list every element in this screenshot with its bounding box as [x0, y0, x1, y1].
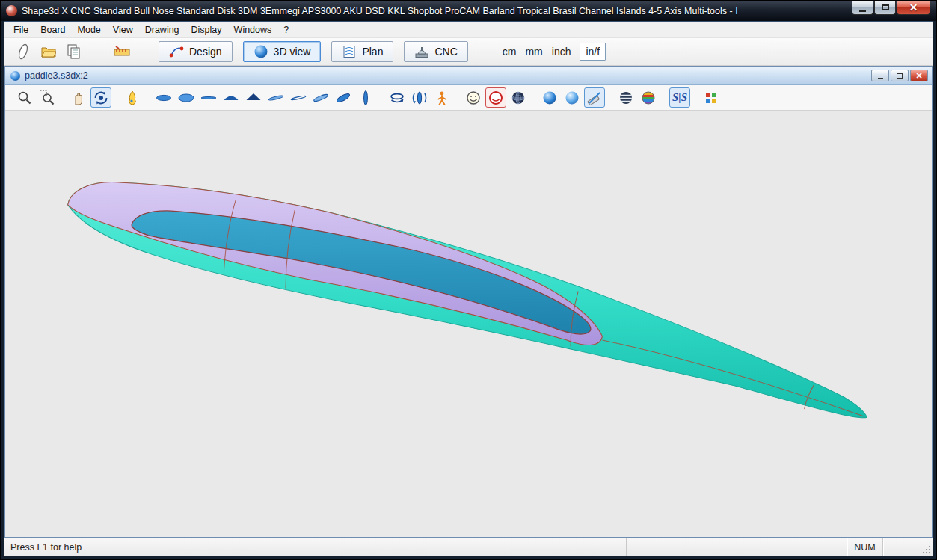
rainbow-sphere-icon[interactable] — [638, 87, 659, 108]
layers-sphere-icon[interactable] — [615, 87, 636, 108]
view-toolbar: S|S — [5, 85, 932, 111]
unit-cm[interactable]: cm — [503, 46, 517, 58]
app-logo-icon — [6, 5, 17, 16]
sections-sis-label: S|S — [672, 91, 687, 104]
plan-button[interactable]: Plan — [331, 41, 393, 62]
design-curves-icon — [169, 44, 184, 59]
pan-hand-icon[interactable] — [68, 87, 89, 108]
unit-mm[interactable]: mm — [525, 46, 542, 58]
menu-windows[interactable]: Windows — [228, 22, 278, 37]
shade-red-icon[interactable] — [485, 87, 506, 108]
rail-blade-icon[interactable] — [288, 87, 309, 108]
menu-mode[interactable]: Mode — [72, 22, 107, 37]
status-bar: Press F1 for help NUM — [4, 538, 933, 556]
sections-sis-icon[interactable]: S|S — [669, 87, 690, 108]
window-controls: ✕ — [851, 1, 930, 15]
rotate-3d-icon[interactable] — [90, 87, 111, 108]
minimize-icon — [859, 10, 866, 12]
render-sphere-light-icon[interactable] — [562, 87, 583, 108]
document-title: paddle3.s3dx:2 — [25, 70, 88, 81]
document-icon — [10, 71, 20, 81]
outline-thin-icon[interactable] — [198, 87, 219, 108]
window-title: Shape3d X CNC Standard Bull Nose Standar… — [22, 6, 738, 16]
unit-selector: cm mm inch in/f — [503, 43, 606, 61]
unit-inf[interactable]: in/f — [580, 43, 606, 61]
open-folder-icon[interactable] — [37, 41, 60, 62]
thickness-blade-icon[interactable] — [265, 87, 286, 108]
viewport-3d[interactable] — [5, 111, 932, 537]
document-window: paddle3.s3dx:2 ✕ — [4, 66, 933, 538]
status-panel — [627, 538, 847, 556]
close-icon: ✕ — [909, 2, 918, 13]
close-icon: ✕ — [915, 72, 922, 80]
wireframe-globe-icon[interactable] — [508, 87, 529, 108]
view-3d-button-label: 3D view — [274, 46, 311, 58]
design-button[interactable]: Design — [159, 41, 233, 62]
plan-sheet-icon — [342, 44, 357, 59]
rocker-blade-icon[interactable] — [333, 87, 354, 108]
menu-display[interactable]: Display — [185, 22, 228, 37]
spin-vertical-icon[interactable] — [409, 87, 430, 108]
render-sphere-icon[interactable] — [539, 87, 560, 108]
marker-icon[interactable] — [122, 87, 143, 108]
app-window: Shape3d X CNC Standard Bull Nose Standar… — [0, 0, 937, 560]
zoom-icon[interactable] — [14, 87, 35, 108]
main-toolbar: Design 3D view Plan CNC cm mm inch in/f — [4, 38, 933, 66]
measure-pencil-icon[interactable] — [584, 87, 605, 108]
document-minimize-button[interactable] — [871, 70, 889, 81]
menu-bar: File Board Mode View Drawing Display Win… — [4, 22, 933, 38]
color-palette-icon[interactable] — [701, 87, 722, 108]
design-button-label: Design — [189, 46, 222, 58]
document-window-controls: ✕ — [871, 70, 928, 81]
view-3d-button[interactable]: 3D view — [243, 41, 322, 62]
outline-wide-ellipse-icon[interactable] — [176, 87, 197, 108]
status-help-text: Press F1 for help — [4, 538, 627, 556]
slice-blade-icon[interactable] — [310, 87, 331, 108]
menu-view[interactable]: View — [107, 22, 139, 37]
walkthrough-icon[interactable] — [431, 87, 452, 108]
cnc-button[interactable]: CNC — [404, 41, 467, 62]
minimize-icon — [878, 78, 883, 79]
shade-smiley-icon[interactable] — [463, 87, 484, 108]
sphere-3d-icon — [254, 44, 268, 59]
spin-horizontal-icon[interactable] — [387, 87, 408, 108]
title-bar[interactable]: Shape3d X CNC Standard Bull Nose Standar… — [1, 1, 936, 21]
menu-board[interactable]: Board — [34, 22, 71, 37]
status-num-indicator: NUM — [847, 538, 883, 556]
document-maximize-button[interactable] — [891, 70, 909, 81]
resize-grip[interactable] — [921, 538, 933, 556]
measure-ruler-icon[interactable] — [111, 41, 133, 62]
zoom-window-icon[interactable] — [37, 87, 58, 108]
mdi-area: paddle3.s3dx:2 ✕ — [4, 66, 933, 538]
menu-drawing[interactable]: Drawing — [139, 22, 185, 37]
cnc-machine-icon — [414, 44, 429, 59]
maximize-icon — [897, 73, 903, 79]
cnc-button-label: CNC — [434, 46, 457, 58]
board-outline-icon[interactable] — [12, 41, 34, 62]
deck-curve-icon[interactable] — [243, 87, 264, 108]
document-title-bar[interactable]: paddle3.s3dx:2 ✕ — [5, 67, 932, 85]
board-3d-render — [5, 111, 932, 537]
copy-icon[interactable] — [63, 41, 85, 62]
unit-inch[interactable]: inch — [552, 46, 571, 58]
maximize-icon — [882, 4, 889, 10]
window-body: File Board Mode View Drawing Display Win… — [4, 21, 933, 556]
minimize-button[interactable] — [852, 1, 873, 15]
maximize-button[interactable] — [874, 1, 896, 15]
toolbar-spacer — [136, 41, 156, 62]
outline-ellipse-icon[interactable] — [153, 87, 174, 108]
menu-file[interactable]: File — [7, 22, 34, 37]
document-close-button[interactable]: ✕ — [910, 70, 928, 81]
bottom-curve-icon[interactable] — [221, 87, 242, 108]
cross-section-icon[interactable] — [355, 87, 376, 108]
close-button[interactable]: ✕ — [897, 1, 930, 15]
menu-help[interactable]: ? — [277, 22, 295, 37]
plan-button-label: Plan — [362, 46, 383, 58]
toolbar-spacer — [88, 41, 108, 62]
status-panel — [883, 538, 921, 556]
